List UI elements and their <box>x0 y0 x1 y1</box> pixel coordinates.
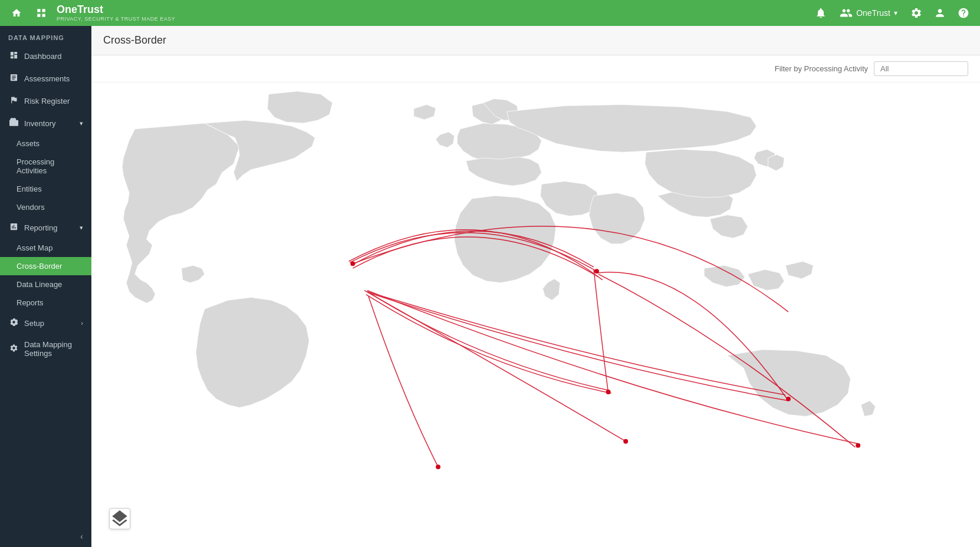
setup-arrow-icon: › <box>81 319 83 327</box>
sidebar-collapse-button[interactable]: ‹ <box>80 532 83 541</box>
svg-point-4 <box>786 397 791 401</box>
sidebar-item-processing-activities-label: Processing Activities <box>17 157 83 175</box>
sidebar-item-setup-label: Setup <box>24 319 75 328</box>
map-container <box>91 83 980 547</box>
sidebar-item-reports-label: Reports <box>17 298 44 307</box>
sidebar-item-assets-label: Assets <box>17 139 40 148</box>
user-menu[interactable]: OneTrust ▾ <box>835 4 902 22</box>
sidebar-item-cross-border-label: Cross-Border <box>17 262 62 271</box>
sidebar: DATA MAPPING Dashboard Assessments Risk … <box>0 26 91 547</box>
sidebar-item-data-lineage-label: Data Lineage <box>17 280 62 289</box>
sidebar-item-dashboard[interactable]: Dashboard <box>0 45 91 67</box>
brand-sub: PRIVACY, SECURITY & TRUST MADE EASY <box>57 16 175 22</box>
topnav: OneTrust PRIVACY, SECURITY & TRUST MADE … <box>0 0 980 26</box>
sidebar-item-asset-map[interactable]: Asset Map <box>0 239 91 257</box>
sidebar-item-asset-map-label: Asset Map <box>17 243 52 252</box>
sidebar-section-title: DATA MAPPING <box>0 26 91 45</box>
sidebar-item-entities[interactable]: Entities <box>0 180 91 198</box>
sidebar-item-reports[interactable]: Reports <box>0 294 91 312</box>
svg-point-1 <box>350 261 355 266</box>
map-toolbar: Filter by Processing Activity <box>91 55 980 83</box>
data-mapping-settings-icon <box>8 344 19 354</box>
sidebar-item-dashboard-label: Dashboard <box>24 52 83 61</box>
sidebar-item-reporting-label: Reporting <box>24 223 74 232</box>
sidebar-item-vendors[interactable]: Vendors <box>0 198 91 216</box>
sidebar-item-reporting[interactable]: Reporting ▾ <box>0 216 91 239</box>
filter-label: Filter by Processing Activity <box>775 64 868 73</box>
sidebar-item-processing-activities[interactable]: Processing Activities <box>0 153 91 180</box>
sidebar-item-cross-border[interactable]: Cross-Border <box>0 257 91 275</box>
user-chevron-icon: ▾ <box>894 9 897 17</box>
profile-icon[interactable] <box>930 4 949 22</box>
layer-button[interactable] <box>109 508 130 529</box>
sidebar-item-setup[interactable]: Setup › <box>0 312 91 334</box>
risk-register-icon <box>8 95 19 106</box>
sidebar-item-data-mapping-settings[interactable]: Data Mapping Settings <box>0 334 91 364</box>
sidebar-item-vendors-label: Vendors <box>17 203 45 212</box>
setup-icon <box>8 318 19 328</box>
content-header: Cross-Border <box>91 26 980 55</box>
sidebar-bottom: ‹ <box>0 526 91 547</box>
main-content: Cross-Border Filter by Processing Activi… <box>91 26 980 547</box>
svg-point-2 <box>594 269 599 274</box>
brand-name: OneTrust <box>57 4 175 16</box>
sidebar-item-risk-register[interactable]: Risk Register <box>0 90 91 112</box>
inventory-arrow-icon: ▾ <box>80 120 83 127</box>
notifications-icon[interactable] <box>811 4 830 22</box>
filter-input[interactable] <box>874 61 968 76</box>
sidebar-item-assessments-label: Assessments <box>24 74 83 83</box>
world-map <box>91 83 980 547</box>
sidebar-item-risk-register-label: Risk Register <box>24 97 83 106</box>
sidebar-item-inventory-label: Inventory <box>24 119 74 128</box>
brand: OneTrust PRIVACY, SECURITY & TRUST MADE … <box>57 4 175 22</box>
assessments-icon <box>8 73 19 84</box>
svg-point-5 <box>436 464 440 469</box>
main-layout: DATA MAPPING Dashboard Assessments Risk … <box>0 26 980 547</box>
help-icon[interactable] <box>954 4 973 22</box>
sidebar-item-data-mapping-settings-label: Data Mapping Settings <box>24 340 83 358</box>
page-title: Cross-Border <box>103 34 166 47</box>
sidebar-item-assets[interactable]: Assets <box>0 134 91 153</box>
inventory-icon <box>8 118 19 128</box>
reporting-icon <box>8 222 19 233</box>
home-button[interactable] <box>7 4 26 22</box>
settings-icon[interactable] <box>907 4 926 22</box>
sidebar-item-entities-label: Entities <box>17 184 42 193</box>
sidebar-item-data-lineage[interactable]: Data Lineage <box>0 275 91 294</box>
reporting-arrow-icon: ▾ <box>80 224 83 232</box>
sidebar-item-inventory[interactable]: Inventory ▾ <box>0 112 91 134</box>
svg-point-7 <box>856 443 860 448</box>
user-name: OneTrust <box>856 8 890 18</box>
dashboard-icon <box>8 51 19 61</box>
topnav-right: OneTrust ▾ <box>811 4 973 22</box>
svg-point-6 <box>623 439 628 444</box>
sidebar-item-assessments[interactable]: Assessments <box>0 67 91 90</box>
svg-point-3 <box>606 390 611 394</box>
grid-menu-button[interactable] <box>32 4 51 22</box>
